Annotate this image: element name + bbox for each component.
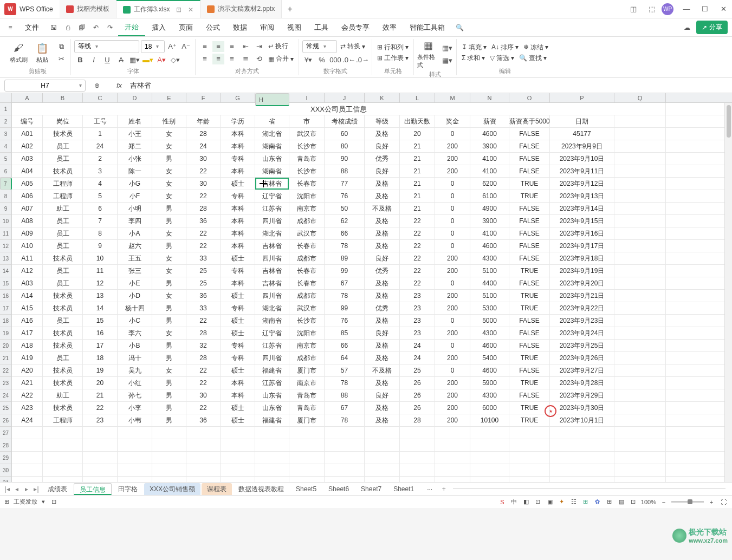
cell[interactable]: A03 xyxy=(12,153,43,165)
cell[interactable]: 21 xyxy=(400,165,435,177)
cell[interactable]: 62 xyxy=(325,215,365,227)
cell[interactable]: 21 xyxy=(400,140,435,152)
cell[interactable]: FALSE xyxy=(509,227,550,239)
cell[interactable]: 吉林省 xyxy=(255,277,289,289)
cube-icon[interactable]: ⬚ xyxy=(643,2,660,16)
cell[interactable]: 85 xyxy=(325,327,365,339)
cell[interactable]: 员工 xyxy=(43,153,83,165)
cell[interactable]: 2023年9月27日 xyxy=(550,364,614,376)
cell[interactable]: 32 xyxy=(186,340,221,351)
cloud-icon[interactable]: ☁ xyxy=(681,22,693,34)
cell[interactable]: 19 xyxy=(83,364,118,376)
cell[interactable]: A05 xyxy=(12,178,43,190)
cell[interactable]: 江苏省 xyxy=(255,203,289,214)
cell[interactable]: TRUE xyxy=(509,352,550,364)
row-header[interactable]: 23 xyxy=(0,377,12,389)
cell[interactable]: 18 xyxy=(83,352,118,364)
document-tab[interactable]: 工作簿3.xlsx⊡✕ xyxy=(116,0,201,18)
cell[interactable]: 22 xyxy=(400,240,435,252)
cell[interactable]: 江苏省 xyxy=(255,377,289,389)
sheet-tab[interactable]: Sheet7 xyxy=(355,483,387,495)
column-header[interactable]: I xyxy=(289,93,325,102)
cell[interactable] xyxy=(43,477,83,482)
cell[interactable] xyxy=(152,427,186,439)
freeze-button[interactable]: ❄冻结▾ xyxy=(522,43,550,52)
cell[interactable]: 200 xyxy=(435,290,470,302)
cell[interactable] xyxy=(152,452,186,464)
cell[interactable] xyxy=(365,464,400,476)
cell[interactable]: FALSE xyxy=(509,240,550,252)
cell[interactable]: 吉林省 xyxy=(255,240,289,252)
cell[interactable] xyxy=(614,402,666,414)
cell[interactable]: 28 xyxy=(186,203,221,214)
cell[interactable]: 技术员 xyxy=(43,290,83,302)
cell[interactable]: 200 xyxy=(435,165,470,177)
column-header[interactable]: K xyxy=(365,93,400,102)
cell[interactable]: 湖北省 xyxy=(255,227,289,239)
cell[interactable]: 2023年9月18日 xyxy=(550,252,614,264)
cell[interactable] xyxy=(470,464,509,476)
cell[interactable] xyxy=(614,153,666,165)
cell[interactable]: 硕士 xyxy=(221,178,255,190)
cell[interactable]: 女 xyxy=(152,364,186,376)
cell[interactable] xyxy=(43,439,83,451)
cell[interactable] xyxy=(289,464,325,476)
row-header[interactable]: 19 xyxy=(0,327,12,340)
cell[interactable]: TRUE xyxy=(509,377,550,389)
cell[interactable] xyxy=(614,128,666,140)
cell[interactable]: 24 xyxy=(186,140,221,152)
cell[interactable]: 22 xyxy=(186,364,221,376)
cell[interactable]: FALSE xyxy=(509,364,550,376)
lang-icon[interactable]: 中 xyxy=(510,498,519,506)
cell[interactable]: 张三 xyxy=(118,265,152,277)
column-header[interactable]: L xyxy=(400,93,435,102)
column-header[interactable]: G xyxy=(221,93,255,102)
print-preview-icon[interactable]: 🗐 xyxy=(76,22,88,34)
column-header[interactable]: M xyxy=(435,93,470,102)
cell[interactable] xyxy=(470,477,509,482)
fill-color-icon[interactable]: ▬▾ xyxy=(142,55,154,66)
row-header[interactable]: 9 xyxy=(0,203,12,215)
cell[interactable]: 及格 xyxy=(365,402,400,414)
row-header[interactable]: 22 xyxy=(0,364,12,377)
document-tab[interactable]: 找稻壳模板 xyxy=(60,0,116,18)
cell[interactable]: 4100 xyxy=(470,165,509,177)
cell[interactable]: 22 xyxy=(186,402,221,414)
cell[interactable] xyxy=(509,464,550,476)
cell[interactable] xyxy=(614,414,666,426)
cell[interactable]: 200 xyxy=(435,352,470,364)
cell[interactable]: 男 xyxy=(152,340,186,351)
cell[interactable]: 福建省 xyxy=(255,414,289,426)
cell[interactable] xyxy=(83,464,118,476)
cell[interactable]: 2023年9月11日 xyxy=(550,165,614,177)
cell[interactable] xyxy=(365,427,400,439)
cell[interactable]: 23 xyxy=(400,290,435,302)
cell[interactable]: 四川省 xyxy=(255,290,289,302)
cell[interactable]: 良好 xyxy=(365,252,400,264)
cell[interactable]: 厦门市 xyxy=(289,414,325,426)
cell[interactable]: 3 xyxy=(83,165,118,177)
sheet-more-button[interactable]: ··· xyxy=(422,483,438,495)
sb-icon-1[interactable]: ◧ xyxy=(522,498,530,506)
cell[interactable]: 30 xyxy=(186,178,221,190)
cell[interactable]: 及格 xyxy=(365,190,400,202)
cell[interactable]: 湖北省 xyxy=(255,128,289,140)
cell[interactable]: 99 xyxy=(325,265,365,277)
scrollbar-thumb[interactable] xyxy=(727,105,731,138)
cell[interactable] xyxy=(152,464,186,476)
cell[interactable]: TRUE xyxy=(509,414,550,426)
cell[interactable] xyxy=(614,215,666,227)
row-header[interactable]: 2 xyxy=(0,115,12,128)
decimal-decrease-icon[interactable]: .0→ xyxy=(357,55,368,66)
cell[interactable]: 4300 xyxy=(470,389,509,401)
cell[interactable]: 本科 xyxy=(221,389,255,401)
cell[interactable]: 36 xyxy=(186,290,221,302)
cell[interactable]: 8 xyxy=(83,227,118,239)
cell[interactable]: 2023年9月22日 xyxy=(550,302,614,314)
cell[interactable]: 男 xyxy=(152,153,186,165)
column-header[interactable]: C xyxy=(83,93,118,102)
cell[interactable]: 0 xyxy=(435,215,470,227)
menu-tab[interactable]: 效率 xyxy=(376,18,403,36)
cell[interactable]: 长春市 xyxy=(289,265,325,277)
column-header[interactable]: E xyxy=(152,93,186,102)
